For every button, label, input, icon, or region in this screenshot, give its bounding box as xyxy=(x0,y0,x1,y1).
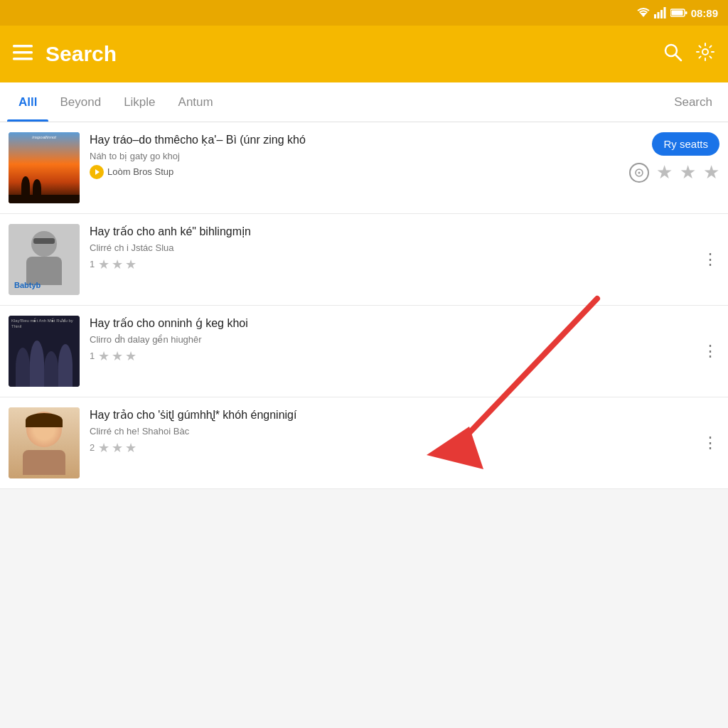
item-title-4: Hay trảo cho 'ṡitl̢ gúmhhl̢* khóh éngnin… xyxy=(90,407,719,423)
battery-icon xyxy=(670,8,687,18)
wifi-icon xyxy=(636,7,651,18)
tab-antum[interactable]: Antum xyxy=(167,82,225,122)
item-rating-2: 1 ★ ★ ★ xyxy=(90,257,719,272)
item-title-2: Hay trấo cho anh ké" bihlingmịn xyxy=(90,224,719,240)
star-3: ★ xyxy=(125,257,136,272)
item-content-3: Hay trấo cho onninh ǵ keg khoi Clirro ḋh… xyxy=(90,316,719,364)
svg-rect-10 xyxy=(13,58,33,60)
search-icon[interactable] xyxy=(663,42,682,67)
star-2: ★ xyxy=(680,161,696,183)
svg-point-13 xyxy=(702,49,708,55)
star-1: ★ xyxy=(98,348,109,364)
item-right-1: Ry seatts ★ ★ ★ xyxy=(629,132,719,183)
star-2: ★ xyxy=(112,440,123,456)
item-thumbnail-4 xyxy=(9,407,80,478)
item-content-4: Hay trảo cho 'ṡitl̢ gúmhhl̢* khóh éngnin… xyxy=(90,407,719,456)
item-subtitle-2: Clirré ch i Jstác Slua xyxy=(90,242,719,253)
list-item: Hay trảo cho 'ṡitl̢ gúmhhl̢* khóh éngnin… xyxy=(0,397,728,489)
item-content-1: Hay tráo–do thmêcho ḳa'– Bì (únr zing kh… xyxy=(90,132,623,183)
disc-svg xyxy=(634,168,644,178)
star-1: ★ xyxy=(98,440,109,456)
status-time: 08:89 xyxy=(691,7,718,19)
music-disc-icon xyxy=(629,163,649,183)
item-subtitle-4: Clirré ch he! Shahoi Bàc xyxy=(90,426,719,437)
tab-beyond[interactable]: Beyond xyxy=(48,82,112,122)
item-thumbnail-2: Babtyb xyxy=(9,224,80,295)
svg-rect-4 xyxy=(663,7,665,18)
item-content-2: Hay trấo cho anh ké" bihlingmịn Clirré c… xyxy=(90,224,719,272)
tab-alll[interactable]: Alll xyxy=(7,82,48,122)
svg-rect-8 xyxy=(13,45,33,48)
item-thumbnail-3: Klay'Bieu mất Anh Mất Rươu by Thinil xyxy=(9,316,80,387)
publisher-name-1: Loòm Bros Stup xyxy=(107,166,173,177)
settings-icon[interactable] xyxy=(695,42,715,67)
search-svg xyxy=(663,42,682,62)
hamburger-lines xyxy=(13,45,33,60)
more-options-icon[interactable]: ⋮ xyxy=(702,250,718,269)
publisher-icon-1 xyxy=(90,165,104,179)
item-title-1: Hay tráo–do thmêcho ḳa'– Bì (únr zing kh… xyxy=(90,132,623,148)
svg-rect-1 xyxy=(654,14,656,18)
list-item: ínspoallínnot Hay tráo–do thmêcho ḳa'– B… xyxy=(0,122,728,214)
ry-seatts-button[interactable]: Ry seatts xyxy=(652,132,719,156)
star-3: ★ xyxy=(703,161,719,183)
settings-svg xyxy=(695,42,715,62)
item1-icons: ★ ★ ★ xyxy=(629,161,719,183)
app-bar: Search xyxy=(0,26,728,82)
svg-point-16 xyxy=(638,171,641,173)
item-rating-4: 2 ★ ★ ★ xyxy=(90,440,719,456)
app-bar-title: Search xyxy=(46,42,650,66)
svg-rect-9 xyxy=(13,51,33,54)
rating-num-4: 2 xyxy=(90,442,95,453)
rating-num-3: 1 xyxy=(90,350,95,361)
item-subtitle-1: Náh to bị gaty go khoj xyxy=(90,151,623,161)
item-thumbnail-1: ínspoallínnot xyxy=(9,132,80,203)
star-1: ★ xyxy=(656,161,673,183)
item-subtitle-3: Clirro ḋh dalay gền hiughêr xyxy=(90,334,719,345)
tabs-search-button[interactable]: Search xyxy=(665,95,721,109)
svg-marker-0 xyxy=(640,13,647,17)
tab-likple[interactable]: Likple xyxy=(112,82,166,122)
star-2: ★ xyxy=(112,348,123,364)
item-publisher-1: Loòm Bros Stup xyxy=(90,165,623,179)
svg-rect-3 xyxy=(660,10,663,18)
star-3: ★ xyxy=(125,440,136,456)
item-title-3: Hay trấo cho onninh ǵ keg khoi xyxy=(90,316,719,331)
list-item: Klay'Bieu mất Anh Mất Rươu by Thinil Hay… xyxy=(0,306,728,397)
list-container: ínspoallínnot Hay tráo–do thmêcho ḳa'– B… xyxy=(0,122,728,489)
status-icons: 08:89 xyxy=(636,7,718,19)
more-options-icon[interactable]: ⋮ xyxy=(702,342,718,360)
status-bar: 08:89 xyxy=(0,0,728,26)
svg-rect-2 xyxy=(657,12,659,18)
svg-line-12 xyxy=(675,55,681,60)
star-2: ★ xyxy=(112,257,123,272)
list-item: Babtyb Hay trấo cho anh ké" bihlingmịn C… xyxy=(0,214,728,306)
hamburger-menu-icon[interactable] xyxy=(13,45,33,63)
tabs-row: Alll Beyond Likple Antum Search xyxy=(0,82,728,122)
svg-marker-14 xyxy=(95,169,100,175)
star-3: ★ xyxy=(125,348,136,364)
star-1: ★ xyxy=(98,257,109,272)
more-options-icon[interactable]: ⋮ xyxy=(702,434,718,452)
signal-icon xyxy=(654,7,667,18)
svg-rect-7 xyxy=(685,11,687,14)
svg-rect-6 xyxy=(671,11,682,16)
rating-num-2: 1 xyxy=(90,259,95,269)
item-rating-3: 1 ★ ★ ★ xyxy=(90,348,719,364)
